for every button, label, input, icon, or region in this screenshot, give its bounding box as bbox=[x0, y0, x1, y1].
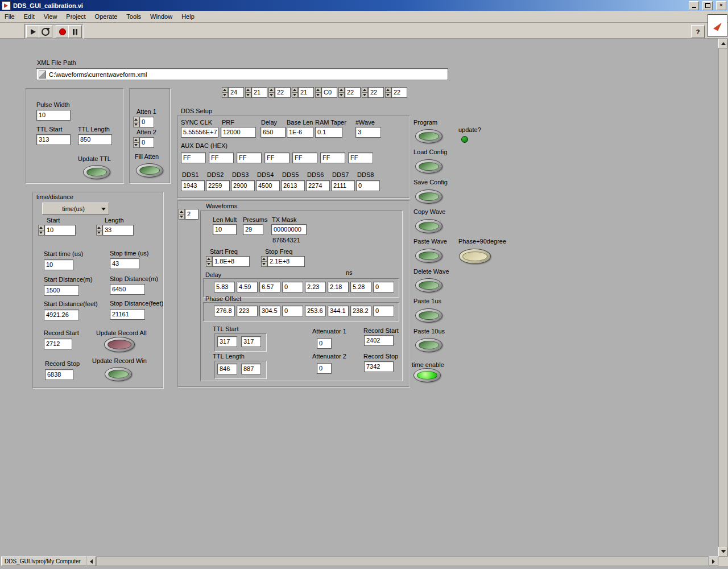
menu-tools[interactable]: Tools bbox=[122, 11, 146, 22]
decrement-icon[interactable] bbox=[245, 92, 251, 98]
project-target-tab[interactable]: DDS_GUI.lvproj/My Computer bbox=[1, 556, 86, 566]
nwave-field[interactable]: 3 bbox=[355, 127, 381, 138]
wave-ttl-length-field[interactable]: 846 bbox=[217, 364, 237, 374]
minimize-button[interactable] bbox=[689, 1, 699, 10]
start-time-field[interactable]: 10 bbox=[44, 259, 73, 270]
dds6-field[interactable]: 2274 bbox=[306, 180, 330, 191]
increment-decrement[interactable] bbox=[362, 87, 368, 98]
start-distance-feet-field[interactable]: 4921.26 bbox=[44, 310, 79, 320]
fill-atten-button[interactable] bbox=[136, 163, 163, 178]
aux-dac-field[interactable]: FF bbox=[181, 152, 206, 163]
increment-decrement[interactable] bbox=[268, 87, 275, 98]
dds4-field[interactable]: 4500 bbox=[256, 180, 280, 191]
hex-field[interactable]: 21 bbox=[251, 87, 267, 98]
decrement-icon[interactable] bbox=[385, 92, 391, 98]
decrement-icon[interactable] bbox=[222, 92, 228, 98]
decrement-icon[interactable] bbox=[338, 92, 345, 98]
decrement-icon[interactable] bbox=[206, 261, 212, 267]
attenuator1-field[interactable]: 0 bbox=[317, 338, 332, 349]
decrement-icon[interactable] bbox=[362, 92, 368, 98]
scroll-up-button[interactable] bbox=[718, 39, 728, 48]
scroll-down-button[interactable] bbox=[718, 547, 728, 556]
decrement-icon[interactable] bbox=[179, 214, 185, 220]
start-freq-control[interactable]: 1.8E+8 bbox=[206, 256, 250, 267]
time-distance-mode-select[interactable]: time(us) bbox=[42, 203, 109, 215]
delay-field[interactable]: 5.28 bbox=[350, 282, 371, 292]
length-control[interactable]: 33 bbox=[96, 225, 134, 236]
phase-field[interactable]: 344.1 bbox=[328, 306, 349, 316]
start-freq-field[interactable]: 1.8E+8 bbox=[212, 256, 250, 267]
menu-file[interactable]: File bbox=[0, 11, 19, 22]
start-field[interactable]: 10 bbox=[44, 225, 76, 236]
stop-distance-feet-field[interactable]: 21161 bbox=[110, 309, 145, 320]
waveform-index-field[interactable]: 2 bbox=[185, 209, 198, 220]
increment-decrement[interactable] bbox=[292, 87, 298, 98]
delay-field[interactable]: 6.57 bbox=[259, 282, 280, 292]
td-record-start-field[interactable]: 2712 bbox=[44, 339, 72, 349]
hex-field[interactable]: 21 bbox=[298, 87, 314, 98]
hex-spinner[interactable]: C0 bbox=[315, 87, 337, 98]
wave-record-start-field[interactable]: 2402 bbox=[364, 335, 394, 346]
delay-field[interactable]: 5.83 bbox=[214, 282, 235, 292]
phase-field[interactable]: 304.5 bbox=[259, 306, 280, 316]
decrement-icon[interactable] bbox=[292, 92, 298, 98]
dds7-field[interactable]: 2111 bbox=[331, 180, 355, 191]
len-mult-field[interactable]: 10 bbox=[213, 224, 237, 235]
phase-field[interactable]: 276.8 bbox=[214, 306, 235, 316]
length-field[interactable]: 33 bbox=[102, 225, 134, 236]
hex-field[interactable]: 22 bbox=[391, 87, 407, 98]
hex-field[interactable]: 22 bbox=[275, 87, 291, 98]
increment-decrement[interactable] bbox=[338, 87, 345, 98]
wave-ttl-start-field[interactable]: 317 bbox=[241, 336, 261, 347]
hex-spinner[interactable]: 22 bbox=[362, 87, 384, 98]
pulse-width-field[interactable]: 10 bbox=[36, 110, 71, 121]
increment-decrement[interactable] bbox=[261, 256, 267, 267]
decrement-icon[interactable] bbox=[133, 122, 139, 127]
waveform-index-control[interactable]: 2 bbox=[179, 209, 198, 220]
phase-field[interactable]: 0 bbox=[282, 306, 303, 316]
decrement-icon[interactable] bbox=[96, 230, 102, 236]
decrement-icon[interactable] bbox=[268, 92, 275, 98]
increment-decrement[interactable] bbox=[179, 209, 185, 220]
atten1-control[interactable]: 0 bbox=[133, 117, 154, 127]
scroll-left-button[interactable] bbox=[86, 556, 96, 566]
dds1-field[interactable]: 1943 bbox=[181, 180, 205, 191]
phase-90-button[interactable] bbox=[459, 249, 491, 264]
hex-spinner[interactable]: 22 bbox=[338, 87, 361, 98]
hex-spinner[interactable]: 22 bbox=[268, 87, 291, 98]
time-enable-button[interactable] bbox=[413, 368, 441, 382]
delete-wave-button[interactable] bbox=[415, 278, 442, 292]
xml-file-path-field[interactable]: C:\waveforms\currentwaveform.xml bbox=[36, 68, 448, 80]
menu-project[interactable]: Project bbox=[61, 11, 90, 22]
hex-field[interactable]: 22 bbox=[345, 87, 361, 98]
attenuator2-field[interactable]: 0 bbox=[317, 363, 332, 374]
delay-field[interactable]: 0 bbox=[373, 282, 394, 292]
increment-decrement[interactable] bbox=[315, 87, 321, 98]
decrement-icon[interactable] bbox=[315, 92, 321, 98]
prf-field[interactable]: 12000 bbox=[221, 127, 256, 138]
aux-dac-field[interactable]: FF bbox=[348, 152, 373, 163]
hex-spinner[interactable]: 22 bbox=[385, 87, 407, 98]
aux-dac-field[interactable]: FF bbox=[292, 152, 317, 163]
dds5-field[interactable]: 2613 bbox=[281, 180, 305, 191]
dds-delay-field[interactable]: 650 bbox=[260, 127, 286, 138]
copy-wave-button[interactable] bbox=[415, 219, 442, 233]
save-config-button[interactable] bbox=[415, 189, 442, 204]
phase-field[interactable]: 223 bbox=[237, 306, 258, 316]
hex-field[interactable]: 24 bbox=[228, 87, 244, 98]
sync-clk-field[interactable]: 5.55556E+7 bbox=[181, 127, 218, 138]
presums-field[interactable]: 29 bbox=[243, 224, 263, 235]
atten2-field[interactable]: 0 bbox=[139, 137, 154, 148]
increment-decrement[interactable] bbox=[206, 256, 212, 267]
atten2-control[interactable]: 0 bbox=[133, 137, 154, 148]
stop-distance-m-field[interactable]: 6450 bbox=[110, 284, 145, 295]
menu-window[interactable]: Window bbox=[146, 11, 177, 22]
increment-decrement[interactable] bbox=[133, 137, 139, 148]
increment-decrement[interactable] bbox=[245, 87, 251, 98]
horizontal-scrollbar[interactable] bbox=[96, 556, 709, 566]
abort-button[interactable] bbox=[56, 25, 69, 38]
delay-field[interactable]: 2.18 bbox=[328, 282, 349, 292]
pause-button[interactable] bbox=[68, 25, 82, 38]
hex-field[interactable]: C0 bbox=[321, 87, 337, 98]
update-record-all-button[interactable] bbox=[104, 337, 135, 352]
